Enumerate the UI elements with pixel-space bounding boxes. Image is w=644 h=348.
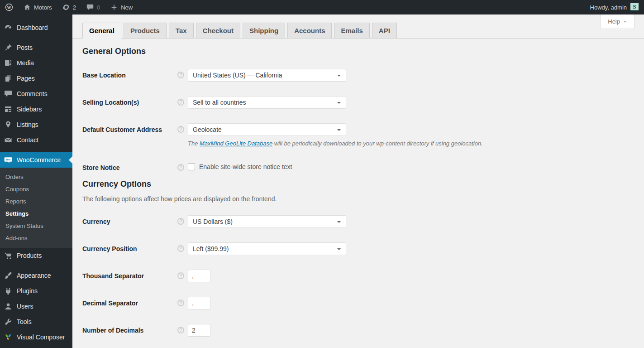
sidebar-item-appearance[interactable]: Appearance — [0, 268, 72, 283]
field-label: Currency — [82, 215, 177, 225]
sidebar-item-woocommerce[interactable]: WooWooCommerce — [0, 152, 72, 168]
tab-emails[interactable]: Emails — [334, 23, 369, 39]
sidebar-item-label: Appearance — [17, 272, 51, 279]
tab-general[interactable]: General — [82, 23, 121, 39]
avatar: S — [630, 3, 639, 11]
thousand-separator-input[interactable] — [188, 270, 210, 282]
select-value: Left ($99.99) — [193, 245, 229, 252]
sidebar-item-sidebars[interactable]: Sidebars — [0, 102, 72, 117]
sidebar-item-comments[interactable]: Comments — [0, 86, 72, 102]
updates-menu[interactable]: 2 — [57, 0, 81, 14]
submenu-item-reports[interactable]: Reports — [0, 195, 72, 208]
tab-products[interactable]: Products — [124, 23, 167, 39]
tab-shipping[interactable]: Shipping — [243, 23, 285, 39]
sidebar-item-label: Tools — [17, 318, 32, 325]
help-button[interactable]: Help — [600, 14, 634, 29]
field-label: Store Notice — [82, 161, 177, 171]
checkbox-label: Enable site-wide store notice text — [199, 163, 292, 170]
decimal-separator-input[interactable] — [188, 297, 210, 309]
row-selling-location-s: Selling Location(s)?Sell to all countrie… — [82, 96, 634, 109]
svg-text:W: W — [7, 5, 11, 10]
field-control: Left ($99.99) — [188, 242, 346, 255]
sidebar-item-posts[interactable]: Posts — [0, 40, 72, 55]
sidebar-item-listings[interactable]: Listings — [0, 117, 72, 132]
sidebar-item-tools[interactable]: Tools — [0, 314, 72, 329]
submenu-item-add-ons[interactable]: Add-ons — [0, 232, 72, 244]
tab-checkout[interactable]: Checkout — [196, 23, 240, 39]
sidebar: DashboardPostsMediaPagesCommentsSidebars… — [0, 14, 72, 348]
currency-select[interactable]: US Dollars ($) — [188, 215, 346, 228]
submenu-item-orders[interactable]: Orders — [0, 171, 72, 183]
tab-api[interactable]: API — [372, 23, 397, 39]
help-tip-icon[interactable]: ? — [177, 72, 184, 78]
site-name-menu[interactable]: Motors — [18, 0, 57, 14]
comments-menu[interactable]: 0 — [81, 0, 105, 14]
menu-separator — [0, 148, 72, 152]
field-label: Base Location — [82, 69, 177, 79]
chevron-down-icon — [337, 75, 341, 78]
select-value: United States (US) — California — [193, 72, 282, 79]
sidebar-item-label: Visual Composer — [17, 334, 65, 341]
dashboard-icon — [4, 23, 13, 32]
sidebar-item-media[interactable]: Media — [0, 55, 72, 71]
help-tip-icon[interactable]: ? — [177, 272, 184, 279]
help-tip-icon[interactable]: ? — [177, 126, 184, 133]
help-tip-icon[interactable]: ? — [177, 99, 184, 106]
currency-position-select[interactable]: Left ($99.99) — [188, 242, 346, 255]
field-note: The MaxMind GeoLite Database will be per… — [188, 140, 483, 147]
comment-bubble-icon — [4, 89, 13, 98]
chevron-down-icon — [337, 221, 341, 225]
comment-bubble-icon — [86, 3, 94, 11]
maxmind-link[interactable]: MaxMind GeoLite Database — [200, 140, 272, 147]
help-tip-icon[interactable]: ? — [177, 218, 184, 225]
sidebar-item-plugins[interactable]: Plugins — [0, 283, 72, 299]
field-control — [188, 270, 210, 282]
tab-accounts[interactable]: Accounts — [287, 23, 332, 39]
sidebar-item-contact[interactable]: Contact — [0, 132, 72, 148]
field-control: Sell to all countries — [188, 96, 346, 109]
home-icon — [23, 3, 31, 11]
select-value: Sell to all countries — [193, 99, 246, 106]
wordpress-logo-icon[interactable]: W — [0, 0, 18, 14]
sidebar-item-pages[interactable]: Pages — [0, 71, 72, 86]
default-customer-address-select[interactable]: Geolocate — [188, 123, 346, 136]
submenu-item-coupons[interactable]: Coupons — [0, 183, 72, 195]
sidebar-item-label: Dashboard — [17, 24, 48, 31]
new-content-menu[interactable]: New — [105, 0, 138, 14]
section-title-currency-options: Currency Options — [82, 179, 634, 189]
row-store-notice: Store Notice?Enable site-wide store noti… — [82, 161, 634, 171]
sidebar-item-products[interactable]: Products — [0, 248, 72, 263]
number-of-decimals-input[interactable] — [188, 324, 210, 337]
submenu-item-settings[interactable]: Settings — [0, 208, 72, 220]
settings-form: General OptionsBase Location?United Stat… — [72, 47, 644, 337]
sidebar-item-users[interactable]: Users — [0, 299, 72, 314]
sidebar-item-label: Pages — [17, 75, 35, 82]
tab-tax[interactable]: Tax — [169, 23, 194, 39]
help-tip-icon[interactable]: ? — [177, 164, 184, 171]
store-notice-checkbox[interactable] — [188, 163, 195, 170]
section-description: The following options affect how prices … — [82, 195, 634, 203]
base-location-select[interactable]: United States (US) — California — [188, 69, 346, 82]
field-label: Selling Location(s) — [82, 96, 177, 106]
plug-icon — [4, 286, 13, 295]
sidebar-item-label: Contact — [17, 136, 38, 144]
account-menu[interactable]: Howdy, admin S — [585, 0, 644, 14]
pages-icon — [4, 74, 13, 83]
visual-composer-icon — [4, 333, 13, 342]
sidebar-item-visual-composer[interactable]: Visual Composer — [0, 329, 72, 345]
help-tip-icon[interactable]: ? — [177, 327, 184, 334]
select-value: Geolocate — [193, 126, 222, 133]
selling-location-s-select[interactable]: Sell to all countries — [188, 96, 346, 109]
sidebar-item-label: Posts — [17, 44, 33, 51]
field-control: US Dollars ($) — [188, 215, 346, 228]
help-tip-icon[interactable]: ? — [177, 245, 184, 252]
sidebar-item-label: Listings — [17, 121, 38, 128]
settings-tabs: GeneralProductsTaxCheckoutShippingAccoun… — [72, 14, 644, 39]
chevron-down-icon — [337, 248, 341, 252]
pin-icon — [4, 43, 13, 52]
submenu-item-system-status[interactable]: System Status — [0, 220, 72, 232]
chevron-down-icon — [337, 129, 341, 133]
help-tip-icon[interactable]: ? — [177, 300, 184, 306]
sidebar-item-dashboard[interactable]: Dashboard — [0, 20, 72, 35]
row-base-location: Base Location?United States (US) — Calif… — [82, 69, 634, 82]
